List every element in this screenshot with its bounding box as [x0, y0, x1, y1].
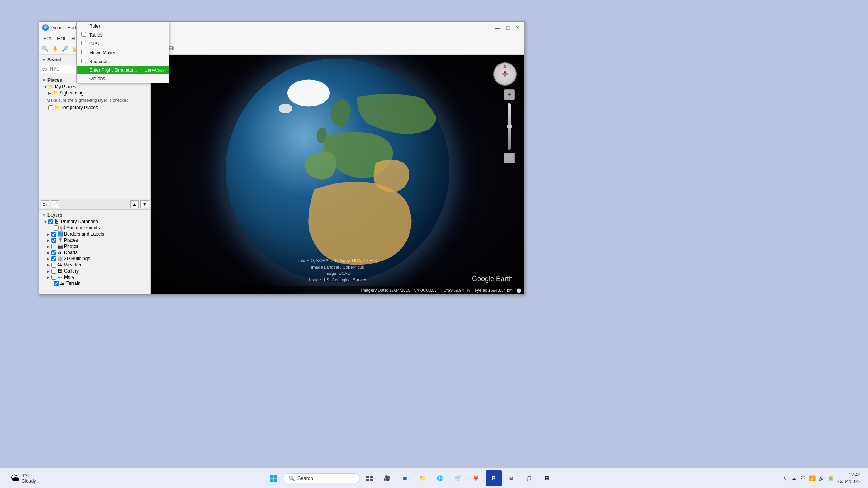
toolbar-btn-3[interactable]: 🔎: [61, 45, 70, 53]
windows-start-button[interactable]: [265, 470, 281, 486]
cb-gallery[interactable]: [51, 269, 56, 274]
cb-roads[interactable]: [51, 250, 56, 255]
layer-photos[interactable]: ▶ 📷 Photos: [41, 243, 149, 249]
cb-borders[interactable]: [51, 232, 56, 237]
layers-header[interactable]: ▼ Layers: [41, 212, 149, 219]
search-label: Search: [47, 57, 63, 62]
layer-announcements[interactable]: 📢 Announcements: [41, 225, 149, 231]
layer-borders[interactable]: ▶ 🗾 Borders and Labels: [41, 231, 149, 237]
search-collapse-arrow: ▼: [42, 58, 46, 62]
tray-chevron[interactable]: ∧: [781, 475, 789, 482]
zoom-slider[interactable]: [508, 103, 511, 150]
layer-weather[interactable]: ▶ 🌤 Weather: [41, 262, 149, 268]
gps-checkbox[interactable]: [81, 41, 86, 45]
movie-checkbox[interactable]: [81, 50, 86, 54]
layer-more[interactable]: ▶ ⋯ More: [41, 274, 149, 280]
tree-item-my-places[interactable]: ▼ 📁 My Places: [41, 84, 149, 90]
menu-ruler[interactable]: Ruler: [77, 22, 169, 30]
menu-movie-maker[interactable]: Movie Maker: [77, 48, 169, 57]
tray-wifi-icon[interactable]: 📶: [809, 475, 816, 482]
cb-terrain[interactable]: [54, 281, 59, 286]
compass[interactable]: N: [493, 62, 517, 86]
tree-arrow-my-places: ▼: [44, 85, 48, 89]
taskbar-files-btn[interactable]: 📁: [415, 470, 431, 486]
menu-gps[interactable]: GPS: [77, 39, 169, 48]
tray-battery-icon[interactable]: 🔋: [827, 475, 835, 482]
system-clock[interactable]: 12:48 26/04/2023: [837, 472, 860, 485]
layers-collapse-arrow: ▼: [42, 213, 46, 217]
maximize-button[interactable]: □: [504, 24, 511, 31]
label-photos: Photos: [64, 244, 78, 249]
menu-edit[interactable]: Edit: [54, 35, 68, 42]
layer-3d-buildings[interactable]: ▶ 🏢 3D Buildings: [41, 256, 149, 262]
label-primary-db: Primary Database: [61, 219, 98, 224]
options-label: Options...: [89, 76, 109, 81]
eye-alt: eye alt 15943.54 km: [475, 288, 513, 293]
minimize-button[interactable]: —: [494, 24, 501, 31]
my-places-icon: 📁: [48, 84, 54, 89]
tables-checkbox[interactable]: [81, 32, 86, 37]
taskbar-bold-btn[interactable]: B: [486, 470, 502, 486]
cb-more[interactable]: [51, 275, 56, 280]
tools-dropdown-menu: Ruler Tables GPS Movie Maker Regionate E…: [76, 22, 169, 83]
arrow-more: ▶: [47, 275, 51, 279]
globe-area[interactable]: Data SIO, NOAA, U.S. Navy, NGA, GEBCO Im…: [151, 55, 524, 294]
cb-places[interactable]: [51, 238, 56, 243]
svg-rect-11: [370, 476, 373, 478]
panel-ctrl-btn-down[interactable]: ▼: [140, 200, 149, 208]
taskbar-mail-btn[interactable]: ✉: [503, 470, 520, 486]
taskbar-dropbox-btn[interactable]: ◼: [397, 470, 413, 486]
tray-antivirus-icon[interactable]: 🛡: [799, 475, 807, 482]
tray-network-icon[interactable]: ☁: [790, 475, 798, 482]
taskbar-store-btn[interactable]: 🛒: [450, 470, 466, 486]
menu-flight-simulator[interactable]: Enter Flight Simulator... Ctrl+Alt+A: [77, 66, 169, 74]
cb-photos[interactable]: [51, 244, 56, 249]
layer-primary-db[interactable]: ▼ 🗄 Primary Database: [41, 219, 149, 225]
panel-ctrl-btn-2[interactable]: 📄: [51, 200, 59, 208]
places-collapse-arrow: ▼: [42, 78, 46, 82]
movie-label: Movie Maker: [89, 50, 116, 56]
cb-weather[interactable]: [51, 263, 56, 268]
tree-item-sightseeing[interactable]: ▶ 📁 Sightseeing: [41, 90, 149, 96]
layer-places[interactable]: ▶ 📍 Places: [41, 237, 149, 243]
menu-options[interactable]: Options...: [77, 74, 169, 83]
zoom-in-button[interactable]: +: [504, 89, 515, 100]
menu-tables[interactable]: Tables: [77, 30, 169, 39]
task-view-button[interactable]: [361, 470, 378, 486]
regionate-checkbox[interactable]: [81, 59, 86, 63]
layer-gallery[interactable]: ▶ 🖼 Gallery: [41, 268, 149, 274]
gps-check: [81, 41, 88, 47]
menu-file[interactable]: File: [41, 35, 54, 42]
temp-places-label: Temporary Places: [61, 105, 98, 110]
tray-volume-icon[interactable]: 🔊: [818, 475, 826, 482]
taskbar-spotify-btn[interactable]: 🎵: [521, 470, 537, 486]
cb-announcements[interactable]: [54, 225, 59, 231]
label-weather: Weather: [64, 262, 81, 268]
layer-roads[interactable]: ▶ 🛣 Roads: [41, 249, 149, 256]
menu-regionate[interactable]: Regionate: [77, 57, 169, 66]
arrow-places: ▶: [47, 238, 51, 242]
temp-places-checkbox[interactable]: [48, 105, 53, 110]
taskbar-search-bar[interactable]: 🔍 Search: [283, 473, 360, 483]
arrow-weather: ▶: [47, 263, 51, 267]
close-button[interactable]: ✕: [514, 24, 521, 31]
panel-ctrl-btn-1[interactable]: 🗂: [41, 200, 49, 208]
places-label: Places: [47, 77, 62, 83]
icon-places: 📍: [57, 237, 63, 243]
zoom-slider-thumb: [507, 125, 512, 128]
cb-3d-buildings[interactable]: [51, 256, 56, 261]
globe[interactable]: [226, 58, 449, 282]
zoom-controls: + −: [504, 89, 515, 163]
tree-item-temp-places[interactable]: 📁 Temporary Places: [41, 104, 149, 111]
taskbar-firefox-btn[interactable]: 🦊: [468, 470, 484, 486]
cb-primary-db[interactable]: [48, 219, 53, 224]
toolbar-btn-1[interactable]: 🔍: [41, 45, 50, 53]
taskbar-edge-btn[interactable]: 🌐: [432, 470, 449, 486]
taskbar-app-btn[interactable]: 🖥: [539, 470, 555, 486]
zoom-out-button[interactable]: −: [504, 153, 515, 163]
taskbar-video-btn[interactable]: 🎥: [379, 470, 395, 486]
flight-shortcut: Ctrl+Alt+A: [145, 68, 164, 72]
toolbar-btn-2[interactable]: ✋: [51, 45, 60, 53]
layer-terrain[interactable]: ⛰ Terrain: [41, 280, 149, 286]
panel-ctrl-btn-up[interactable]: ▲: [130, 200, 139, 208]
